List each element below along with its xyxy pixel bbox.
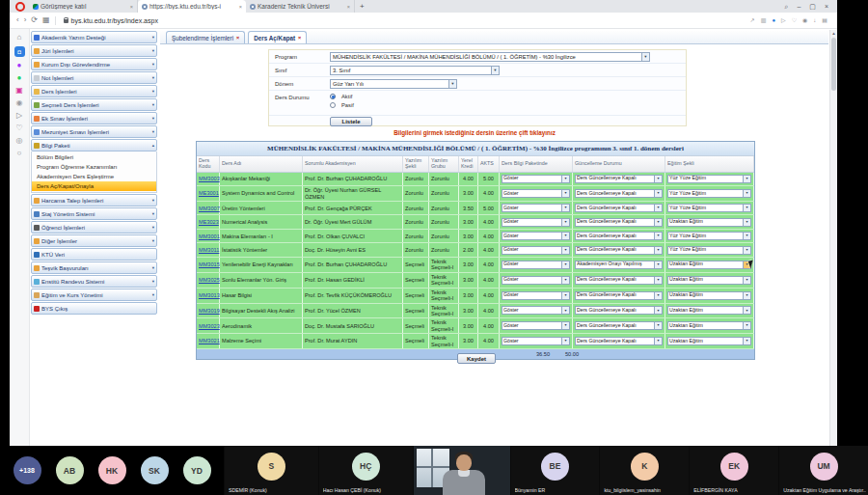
course-code-link[interactable]: MM3013 <box>199 292 220 298</box>
aktif-radio[interactable] <box>330 94 336 99</box>
egitim-dropdown[interactable]: Yüz Yüze Eğitim▾ <box>667 175 751 183</box>
favorites-icon[interactable]: ♡ <box>792 17 797 23</box>
durum-dropdown[interactable]: Ders Güncellemeye Kapalı▾ <box>575 232 663 240</box>
egitim-dropdown[interactable]: Yüz Yüze Eğitim▾ <box>667 232 751 240</box>
chevron-down-icon[interactable]: ▾ <box>743 205 750 211</box>
chevron-down-icon[interactable]: ▾ <box>654 322 662 329</box>
durum-dropdown[interactable]: Ders Güncellemeye Kapalı▾ <box>575 321 663 330</box>
tab-close-icon[interactable]: × <box>236 35 239 41</box>
sinif-select[interactable]: 3. Sınıf ▾ <box>330 66 500 75</box>
participant-tile[interactable]: S SDEMİR (Konuk) <box>225 446 318 495</box>
table-row[interactable]: MM3015 Yenilenebilir Enerji Kaynakları P… <box>197 258 754 273</box>
chevron-down-icon[interactable]: ▾ <box>654 190 662 197</box>
egitim-dropdown[interactable]: Yüz Yüze Eğitim▾ <box>667 189 751 198</box>
paket-dropdown[interactable]: Göster▾ <box>502 232 570 240</box>
chevron-down-icon[interactable]: ▾ <box>561 219 569 226</box>
paket-dropdown[interactable]: Göster▾ <box>502 276 570 285</box>
chevron-down-icon[interactable]: ▾ <box>641 53 649 61</box>
submenu-item[interactable]: Akademisyen Ders Eşleştirme <box>32 172 156 181</box>
participant-tile[interactable]: BE Bünyamin ER <box>511 446 600 495</box>
chevron-down-icon[interactable]: ▾ <box>654 176 662 182</box>
menu-item[interactable]: Kurum Dışı Görevlendirme ▾ <box>31 58 157 70</box>
chevron-down-icon[interactable]: ▾ <box>654 219 662 226</box>
menu-item[interactable]: Harcama Talep İşlemleri ▾ <box>31 194 157 206</box>
chevron-down-icon[interactable]: ▾ <box>743 338 750 344</box>
paket-dropdown[interactable]: Göster▾ <box>502 291 570 300</box>
course-code-link[interactable]: MM3001 <box>199 234 220 239</box>
chevron-down-icon[interactable]: ▾ <box>743 292 750 299</box>
table-row[interactable]: MM3011 İstatistik Yöntemler Doç. Dr. Hüs… <box>197 243 754 258</box>
page-tab[interactable]: Şubelendirme İşlemleri × <box>166 31 245 43</box>
table-row[interactable]: MM3001 Makina Elemanları - I Prof. Dr. O… <box>197 230 754 244</box>
chevron-down-icon[interactable]: ▾ <box>654 307 662 314</box>
paket-dropdown[interactable]: Göster▾ <box>502 246 570 255</box>
egitim-dropdown[interactable]: Uzaktan Eğitim▾ <box>667 261 751 269</box>
durum-dropdown[interactable]: Ders Güncellemeye Kapalı▾ <box>575 204 663 212</box>
opera-logo-icon[interactable] <box>15 2 25 12</box>
page-tab[interactable]: Ders Aç/Kapat × <box>248 31 307 43</box>
reload-icon[interactable]: ⟳ <box>31 16 38 24</box>
durum-dropdown[interactable]: Ders Güncellemeye Kapalı▾ <box>575 175 663 183</box>
address-bar[interactable]: bys.ktu.edu.tr/bys/index.aspx <box>64 17 158 24</box>
wallet-icon[interactable]: ▥ <box>761 17 767 23</box>
participant-avatar[interactable]: HK <box>98 456 126 484</box>
menu-item[interactable]: Seçmeli Ders İşlemleri ▾ <box>31 98 157 111</box>
program-select[interactable]: MÜHENDİSLİK FAKÜLTESİ / MAKİNA MÜHENDİSL… <box>330 52 650 62</box>
browser-tab[interactable]: Karadeniz Teknik Üniversi × <box>246 0 355 13</box>
chevron-down-icon[interactable]: ▾ <box>561 292 569 299</box>
close-button[interactable]: × <box>825 3 828 10</box>
paket-dropdown[interactable]: Göster▾ <box>502 218 570 227</box>
course-code-link[interactable]: MM3015 <box>199 261 220 267</box>
menu-item[interactable]: Teşvik Başvuruları ▾ <box>31 261 157 274</box>
search-icon[interactable]: ⌕ <box>784 3 788 11</box>
webcam-video-tile[interactable] <box>414 446 510 495</box>
egitim-dropdown[interactable]: Uzaktan Eğitim▾ <box>667 337 751 345</box>
menu-item[interactable]: BYS Çıkış <box>31 302 157 315</box>
back-icon[interactable]: ‹ <box>16 16 19 24</box>
chevron-down-icon[interactable]: ▾ <box>561 176 569 182</box>
scroll-up-icon[interactable]: ▲ <box>831 31 835 36</box>
tab-close-icon[interactable]: × <box>298 35 301 41</box>
paket-dropdown[interactable]: Göster▾ <box>502 175 570 183</box>
menu-item[interactable]: Jüri İşlemleri ▾ <box>31 44 157 57</box>
chevron-down-icon[interactable]: ▾ <box>654 338 662 344</box>
chevron-down-icon[interactable]: ▾ <box>561 205 569 211</box>
chevron-down-icon[interactable]: ▾ <box>743 190 750 197</box>
participant-tile[interactable]: K ktu_bilgiislem_yasinsahin <box>600 446 689 495</box>
chevron-down-icon[interactable]: ▾ <box>561 338 569 344</box>
participant-tile[interactable]: HÇ Hacı Hasan ÇEBİ (Konuk) <box>319 446 413 495</box>
table-row[interactable]: MM3019 Bilgisayar Destekli Akış Analizi … <box>197 304 754 319</box>
maximize-button[interactable]: ▢ <box>809 3 816 11</box>
course-code-link[interactable]: MM3011 <box>199 247 219 253</box>
table-row[interactable]: MM3023 Aerodinamik Doç. Dr. Mustafa SARI… <box>197 318 754 334</box>
menu-item[interactable]: Bilgi Paketi ▴ <box>31 139 157 151</box>
durum-dropdown[interactable]: Akademisyen Onayı Yapılmış▾ <box>575 261 663 269</box>
chevron-down-icon[interactable]: ▾ <box>491 67 499 74</box>
course-code-link[interactable]: MM3021 <box>199 338 220 344</box>
durum-dropdown[interactable]: Ders Güncellemeye Kapalı▾ <box>575 337 663 345</box>
participant-avatar[interactable]: AB <box>56 456 84 484</box>
listele-button[interactable]: Listele <box>330 117 372 126</box>
participant-avatar[interactable]: +138 <box>14 456 41 484</box>
menu-item[interactable]: Ders İşlemleri ▾ <box>31 85 157 97</box>
vpn-icon[interactable]: ● <box>772 17 775 23</box>
egitim-dropdown[interactable]: Uzaktan Eğitim▾ <box>667 321 751 330</box>
course-code-link[interactable]: MM3007 <box>199 206 220 211</box>
chevron-down-icon[interactable]: ▾ <box>654 233 662 239</box>
participant-tile[interactable]: UM Uzaktan Eğitim Uygulama ve Araştır... <box>779 446 868 495</box>
paket-dropdown[interactable]: Göster▾ <box>502 337 570 345</box>
table-row[interactable]: MM3021 Malzeme Seçimi Prof. Dr. Murat AY… <box>197 334 754 349</box>
telegram-icon[interactable]: ▷ <box>16 112 22 120</box>
course-code-link[interactable]: MM3025 <box>199 277 220 283</box>
durum-dropdown[interactable]: Ders Güncellemeye Kapalı▾ <box>575 276 663 285</box>
menu-item[interactable]: Eğitim ve Kurs Yönetimi ▾ <box>31 289 157 301</box>
paket-dropdown[interactable]: Göster▾ <box>502 306 570 315</box>
settings-icon[interactable]: ◉ <box>802 17 807 23</box>
paket-dropdown[interactable]: Göster▾ <box>502 321 570 330</box>
course-code-link[interactable]: ME3023 <box>199 219 219 225</box>
chevron-down-icon[interactable]: ▾ <box>743 277 750 284</box>
browser-tab[interactable]: Görüşmeye katıl × <box>29 0 138 13</box>
table-row[interactable]: ME3001 System Dynamics and Control Dr. Ö… <box>197 186 754 202</box>
browser-tab[interactable]: https://bys.ktu.edu.tr/bys-i × <box>138 0 246 13</box>
chevron-down-icon[interactable]: ▾ <box>743 322 750 329</box>
